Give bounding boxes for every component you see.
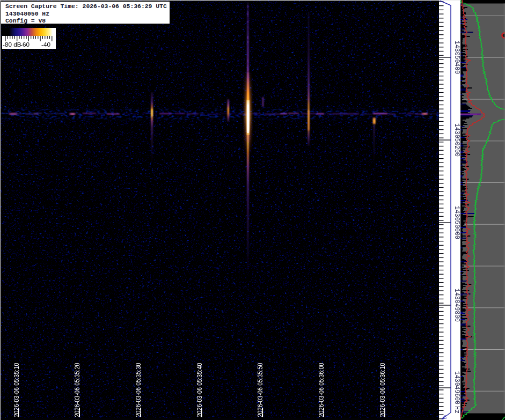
svg-text:2026-03-06 05:36:00: 2026-03-06 05:36:00 [318,363,325,417]
svg-text:2026-03-06 05:35:30: 2026-03-06 05:35:30 [135,363,142,417]
svg-text:143050200: 143050200 [453,123,460,157]
svg-text:2026-03-06 05:35:40: 2026-03-06 05:35:40 [196,363,203,417]
svg-text:2026-03-06 05:35:50: 2026-03-06 05:35:50 [257,363,264,417]
svg-text:143049600: 143049600 [453,371,460,404]
svg-text:Hz: Hz [453,406,460,414]
svg-text:2026-03-06 05:36:10: 2026-03-06 05:36:10 [379,363,386,417]
svg-text:143049800: 143049800 [453,289,460,322]
svg-text:2026-03-06 05:35:10: 2026-03-06 05:35:10 [13,363,20,417]
svg-text:143050000: 143050000 [453,206,460,239]
svg-text:143050400: 143050400 [453,41,460,74]
svg-text:2026-03-06 05:35:20: 2026-03-06 05:35:20 [74,363,81,417]
